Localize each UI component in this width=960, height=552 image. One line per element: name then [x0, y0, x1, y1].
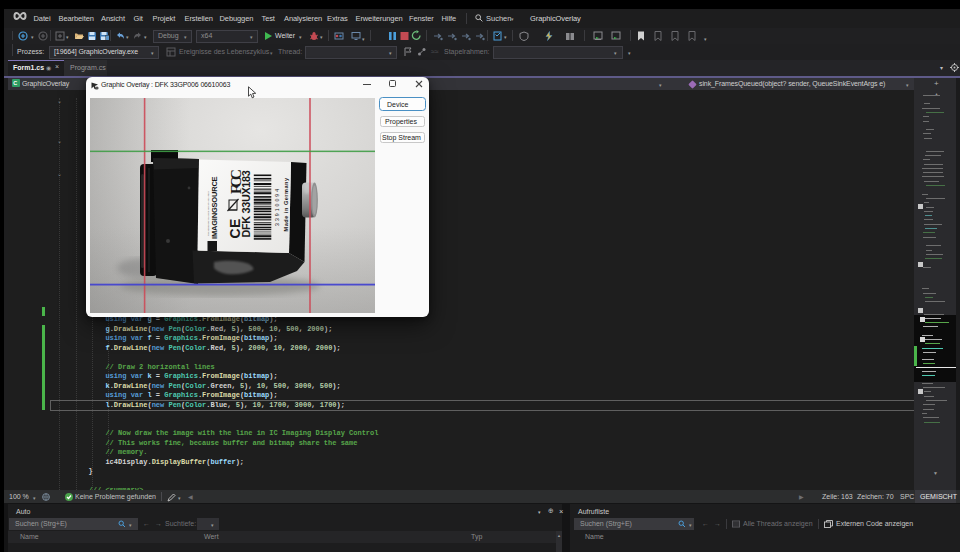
svg-text:TECHNOLOGY BASED ON STANDARDS: TECHNOLOGY BASED ON STANDARDS — [207, 191, 210, 236]
svg-text:Made in Germany: Made in Germany — [283, 177, 289, 232]
svg-text:DFK 33UX183: DFK 33UX183 — [240, 170, 252, 237]
svg-text:IMAGINGSOURCE: IMAGINGSOURCE — [210, 176, 219, 239]
svg-text:33910094: 33910094 — [274, 187, 280, 226]
